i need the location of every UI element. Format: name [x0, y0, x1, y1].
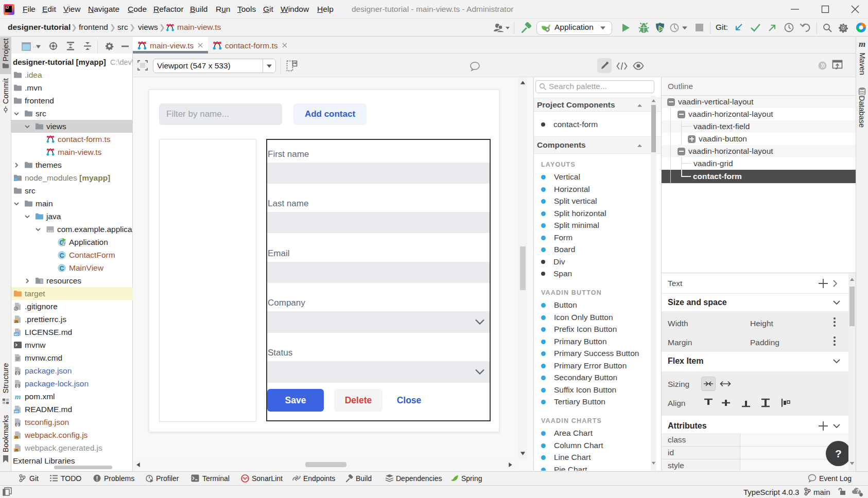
svg-text:m: m	[15, 393, 21, 401]
svg-text:{ }: { }	[14, 422, 20, 426]
svg-text:MD: MD	[14, 410, 19, 413]
svg-text:{ }: { }	[14, 370, 20, 375]
svg-text:?: ?	[856, 488, 860, 494]
svg-text:JS: JS	[14, 320, 18, 323]
svg-text:{ }: { }	[14, 383, 20, 388]
svg-text:JS: JS	[14, 436, 18, 439]
svg-text:MD: MD	[14, 333, 19, 336]
svg-text:JS: JS	[14, 449, 18, 452]
